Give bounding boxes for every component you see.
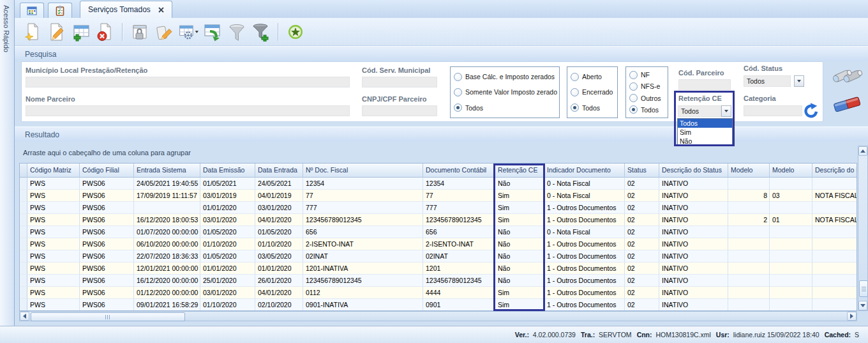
column-header[interactable]: Status xyxy=(625,164,659,178)
tab-checklist[interactable] xyxy=(48,3,72,18)
row-indicator[interactable] xyxy=(20,238,27,250)
edit-document-button[interactable] xyxy=(47,21,67,43)
radio-option[interactable]: NFS-e xyxy=(629,82,664,91)
radio-icon[interactable] xyxy=(571,103,579,112)
radio-icon[interactable] xyxy=(454,103,462,112)
column-header[interactable]: Modelo xyxy=(728,164,770,178)
scroll-right-button[interactable] xyxy=(847,312,857,321)
table-row[interactable]: PWSPWS0601/12/2020 00:00:0003/01/202004/… xyxy=(20,287,857,299)
categoria-input[interactable] xyxy=(744,105,802,116)
vertical-scroll-thumb[interactable] xyxy=(859,280,868,297)
scroll-down-button[interactable] xyxy=(858,301,867,310)
cod-status-dropdown-value[interactable]: Todos xyxy=(744,75,791,87)
scroll-up-button[interactable] xyxy=(858,146,867,156)
radio-icon[interactable] xyxy=(629,82,638,91)
table-row[interactable]: PWSPWS0612/01/2021 00:00:0001/01/202001/… xyxy=(20,263,857,275)
table-row[interactable]: PWSPWS0622/07/2020 18:36:3301/05/202003/… xyxy=(20,250,857,263)
vertical-scrollbar[interactable] xyxy=(858,146,868,311)
dropdown-option[interactable]: Sim xyxy=(678,128,732,137)
radio-icon[interactable] xyxy=(629,94,638,102)
table-row[interactable]: PWSPWS0617/09/2019 11:11:5703/01/201904/… xyxy=(20,190,857,202)
refresh-button[interactable] xyxy=(802,102,818,121)
row-indicator[interactable] xyxy=(20,190,27,202)
table-settings-button[interactable] xyxy=(178,21,198,43)
retencao-dropdown-button[interactable] xyxy=(721,105,731,117)
results-section-header[interactable]: Resultado xyxy=(15,126,868,142)
row-indicator[interactable] xyxy=(20,226,27,238)
column-header[interactable]: Descrição do Mode xyxy=(812,164,857,178)
insert-record-button[interactable] xyxy=(71,21,91,43)
clear-button[interactable] xyxy=(831,93,863,118)
new-document-button[interactable] xyxy=(22,21,43,43)
table-row[interactable]: PWSPWS0616/12/2020 00:00:0025/01/202026/… xyxy=(20,275,857,287)
radio-option[interactable]: Aberto xyxy=(571,73,614,81)
column-header[interactable]: Indicador Documento xyxy=(544,164,625,178)
row-indicator[interactable] xyxy=(20,275,27,287)
row-indicator[interactable] xyxy=(20,263,27,275)
filter-button[interactable] xyxy=(227,21,247,43)
cod-serv-input[interactable] xyxy=(362,77,437,88)
favorite-button[interactable] xyxy=(285,21,306,43)
column-header[interactable]: Data Emissão xyxy=(200,164,255,178)
nome-parceiro-input[interactable] xyxy=(26,105,350,116)
row-indicator[interactable] xyxy=(20,250,27,263)
table-row[interactable]: PWSPWS0616/12/2020 18:00:5303/01/202004/… xyxy=(20,214,857,226)
search-button[interactable] xyxy=(832,65,864,91)
column-header[interactable]: Código Filial xyxy=(80,164,134,178)
tab-schedule[interactable] xyxy=(20,3,44,18)
radio-icon[interactable] xyxy=(629,71,638,79)
radio-option[interactable]: Todos xyxy=(571,103,614,112)
search-section-header[interactable]: Pesquisa xyxy=(15,46,868,61)
export-table-button[interactable] xyxy=(202,21,223,43)
column-header[interactable]: Data Entrada xyxy=(255,164,303,178)
delete-record-button[interactable] xyxy=(95,21,116,43)
column-header[interactable]: Modelo xyxy=(770,164,812,178)
radio-icon[interactable] xyxy=(571,88,579,96)
radio-option[interactable]: Base Cálc. e Imposto zerados xyxy=(454,73,556,81)
row-indicator[interactable] xyxy=(20,214,27,226)
row-indicator[interactable] xyxy=(20,287,27,299)
table-row[interactable]: PWSPWS0601/01/202003/01/2020777777Sim1 -… xyxy=(20,202,857,214)
quick-access-panel[interactable]: Acesso Rápido xyxy=(0,0,15,343)
column-header[interactable]: Retenção CE xyxy=(495,164,544,178)
horizontal-scrollbar[interactable] xyxy=(19,311,857,321)
cod-status-dropdown-button[interactable] xyxy=(794,75,804,87)
sign-document-button[interactable] xyxy=(154,21,174,43)
radio-option[interactable]: Todos xyxy=(454,103,556,112)
radio-option[interactable]: Todos xyxy=(629,105,664,114)
column-header[interactable]: Documento Contábil xyxy=(423,164,495,178)
radio-icon[interactable] xyxy=(454,88,462,96)
row-indicator[interactable] xyxy=(20,178,27,190)
scroll-left-button[interactable] xyxy=(20,312,29,321)
horizontal-scroll-thumb[interactable] xyxy=(31,312,185,321)
radio-icon[interactable] xyxy=(571,73,579,81)
cod-parceiro-input[interactable] xyxy=(678,79,731,90)
table-row[interactable]: PWSPWS0609/01/2021 16:58:2901/10/202002/… xyxy=(20,299,857,311)
radio-option[interactable]: Encerrado xyxy=(571,88,614,96)
row-indicator[interactable] xyxy=(20,202,27,214)
retencao-dropdown-value[interactable]: Todos xyxy=(678,105,721,117)
tab-servicos-tomados[interactable]: Serviços Tomados xyxy=(80,1,172,18)
dropdown-option[interactable]: Todos xyxy=(678,119,732,128)
radio-icon[interactable] xyxy=(629,105,638,114)
dropdown-option[interactable]: Não xyxy=(678,137,732,146)
column-header[interactable]: Entrada Sistema xyxy=(134,164,200,178)
retencao-dropdown[interactable]: Todos xyxy=(678,105,731,117)
table-row[interactable]: PWSPWS0601/07/2020 00:00:0001/05/202001/… xyxy=(20,226,857,238)
radio-option[interactable]: NF xyxy=(629,71,664,79)
close-icon[interactable] xyxy=(158,7,164,13)
lock-document-button[interactable] xyxy=(130,21,150,43)
add-filter-button[interactable] xyxy=(251,21,271,43)
table-row[interactable]: PWSPWS0624/05/2021 19:40:5501/05/202124/… xyxy=(20,178,857,190)
column-header[interactable]: Código Matriz xyxy=(27,164,80,178)
column-header[interactable]: Descrição do Status xyxy=(659,164,728,178)
radio-option[interactable]: Somente Valor Imposto zerado xyxy=(454,88,556,96)
row-indicator[interactable] xyxy=(20,299,27,311)
radio-option[interactable]: Outros xyxy=(629,94,664,102)
radio-icon[interactable] xyxy=(454,73,462,81)
municipio-input[interactable] xyxy=(26,77,350,88)
group-by-hint[interactable]: Arraste aqui o cabeçalho de uma coluna p… xyxy=(23,149,191,156)
column-header[interactable]: Nº Doc. Fiscal xyxy=(303,164,423,178)
cnpj-input[interactable] xyxy=(362,105,437,116)
cod-status-dropdown[interactable]: Todos xyxy=(744,75,804,87)
